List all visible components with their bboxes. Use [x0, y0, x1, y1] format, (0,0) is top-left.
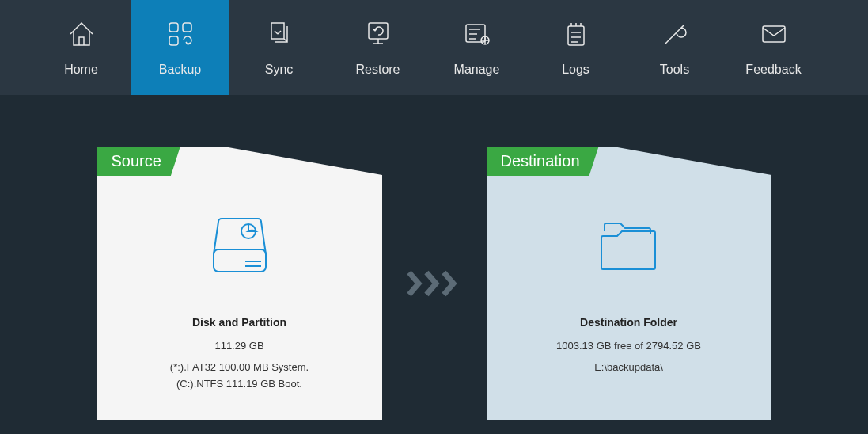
destination-card[interactable]: Destination Destination Folder 1003.13 G… — [487, 147, 771, 420]
nav-logs[interactable]: Logs — [526, 0, 625, 95]
sync-icon — [263, 18, 295, 53]
destination-corner — [613, 147, 771, 175]
svg-rect-0 — [169, 23, 178, 32]
nav-tools-label: Tools — [660, 63, 689, 77]
destination-body: Destination Folder 1003.13 GB free of 27… — [487, 178, 771, 378]
svg-rect-2 — [169, 36, 178, 45]
destination-header: Destination — [487, 147, 771, 178]
backup-icon — [165, 18, 196, 53]
source-corner — [224, 147, 382, 175]
nav-backup-label: Backup — [159, 63, 201, 77]
nav-sync[interactable]: Sync — [229, 0, 328, 95]
feedback-icon — [758, 18, 790, 53]
nav-feedback-label: Feedback — [745, 63, 801, 77]
destination-free: 1003.13 GB free of 2794.52 GB — [556, 340, 701, 352]
source-partition-1: (*:).FAT32 100.00 MB System. — [170, 361, 309, 373]
nav-feedback[interactable]: Feedback — [724, 0, 823, 95]
logs-icon — [560, 18, 592, 53]
tools-icon — [659, 18, 691, 53]
source-body: Disk and Partition 111.29 GB (*:).FAT32 … — [97, 178, 382, 394]
source-tab-label: Source — [97, 147, 180, 176]
source-title: Disk and Partition — [192, 316, 286, 329]
source-header: Source — [97, 147, 382, 178]
destination-path: E:\backupdata\ — [594, 361, 663, 373]
nav-manage[interactable]: Manage — [427, 0, 526, 95]
nav-backup[interactable]: Backup — [131, 0, 229, 95]
nav-sync-label: Sync — [265, 63, 294, 77]
folder-icon — [593, 214, 665, 284]
nav-restore-label: Restore — [355, 63, 400, 77]
destination-tab-label: Destination — [487, 147, 599, 176]
source-partition-2: (C:).NTFS 111.19 GB Boot. — [176, 378, 302, 390]
nav-restore[interactable]: Restore — [328, 0, 427, 95]
source-card[interactable]: Source Disk and Partition 111.29 GB (*:)… — [97, 147, 382, 420]
svg-rect-1 — [183, 23, 191, 32]
main-nav: Home Backup Sync Restore Manage — [0, 0, 868, 95]
backup-content: Source Disk and Partition 111.29 GB (*:)… — [0, 95, 868, 420]
disk-icon — [204, 214, 275, 284]
manage-icon — [461, 18, 493, 53]
nav-tools[interactable]: Tools — [625, 0, 724, 95]
destination-title: Destination Folder — [580, 316, 677, 329]
transfer-arrows-icon — [406, 269, 463, 298]
nav-logs-label: Logs — [562, 63, 589, 77]
svg-rect-7 — [763, 26, 785, 42]
nav-manage-label: Manage — [454, 63, 500, 77]
svg-rect-3 — [369, 23, 388, 39]
nav-home[interactable]: Home — [32, 0, 131, 95]
restore-icon — [362, 18, 394, 53]
home-icon — [66, 18, 97, 53]
source-size: 111.29 GB — [214, 340, 263, 352]
nav-home-label: Home — [64, 63, 98, 77]
